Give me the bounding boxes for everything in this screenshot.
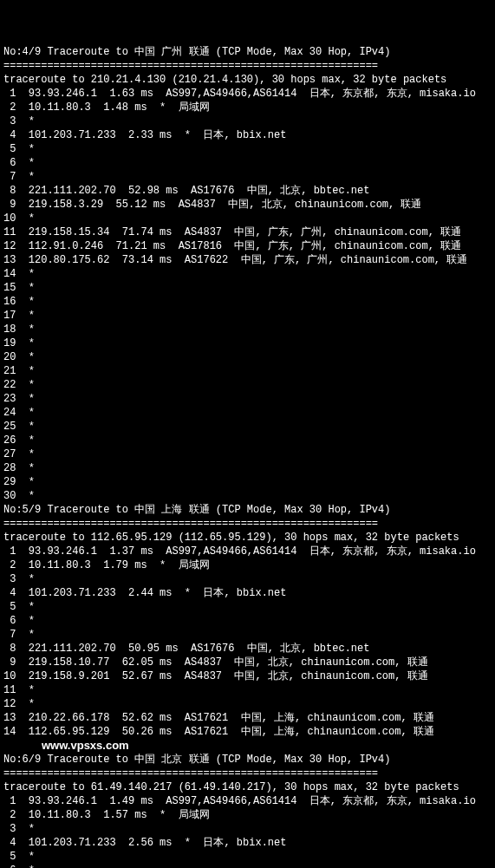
terminal-line: 5 * (3, 850, 492, 864)
terminal-line: 10 219.158.9.201 52.67 ms AS4837 中国, 北京,… (3, 669, 492, 683)
terminal-line: 21 * (3, 364, 492, 378)
terminal-line: 15 * (3, 281, 492, 295)
terminal-line: 7 * (3, 628, 492, 642)
terminal-line: 5 * (3, 142, 492, 156)
terminal-line: 6 * (3, 864, 492, 868)
terminal-line: 26 * (3, 434, 492, 447)
terminal-line: 14 * (3, 267, 492, 281)
terminal-line: 1 93.93.246.1 1.63 ms AS997,AS49466,AS61… (3, 87, 492, 101)
terminal-line: 10 * (3, 212, 492, 225)
terminal-line: 11 219.158.15.34 71.74 ms AS4837 中国, 广东,… (3, 225, 492, 239)
terminal-line: 13 210.22.66.178 52.62 ms AS17621 中国, 上海… (3, 711, 492, 725)
terminal-line: No:5/9 Traceroute to 中国 上海 联通 (TCP Mode,… (3, 503, 492, 517)
terminal-line: 23 * (3, 392, 492, 406)
terminal-line: 3 * (3, 822, 492, 836)
terminal-line: No:4/9 Traceroute to 中国 广州 联通 (TCP Mode,… (3, 45, 492, 59)
terminal-line: 8 221.111.202.70 52.98 ms AS17676 中国, 北京… (3, 184, 492, 198)
terminal-line: No:6/9 Traceroute to 中国 北京 联通 (TCP Mode,… (3, 753, 492, 767)
terminal-line: ========================================… (3, 767, 492, 780)
terminal-line: 6 * (3, 614, 492, 628)
terminal-line: 3 * (3, 114, 492, 128)
terminal-line: 17 * (3, 309, 492, 323)
terminal-line: 8 221.111.202.70 50.95 ms AS17676 中国, 北京… (3, 642, 492, 656)
terminal-line: 20 * (3, 350, 492, 364)
terminal-line: traceroute to 61.49.140.217 (61.49.140.2… (3, 780, 492, 794)
terminal-line: 16 * (3, 295, 492, 309)
terminal-line: ========================================… (3, 59, 492, 73)
terminal-line: 30 * (3, 489, 492, 503)
terminal-line: 12 112.91.0.246 71.21 ms AS17816 中国, 广东,… (3, 239, 492, 253)
terminal-line: 12 * (3, 697, 492, 711)
terminal-line: 25 * (3, 420, 492, 434)
terminal-line: 2 10.11.80.3 1.79 ms * 局域网 (3, 558, 492, 572)
terminal-output: No:4/9 Traceroute to 中国 广州 联通 (TCP Mode,… (3, 45, 492, 868)
terminal-line: 4 101.203.71.233 2.33 ms * 日本, bbix.net (3, 128, 492, 142)
terminal-line: 9 219.158.3.29 55.12 ms AS4837 中国, 北京, c… (3, 198, 492, 212)
terminal-line: 22 * (3, 378, 492, 392)
terminal-line: 14 112.65.95.129 50.26 ms AS17621 中国, 上海… (3, 725, 492, 739)
terminal-line: 29 * (3, 475, 492, 489)
terminal-line: 9 219.158.10.77 62.05 ms AS4837 中国, 北京, … (3, 656, 492, 669)
terminal-line: 7 * (3, 170, 492, 184)
terminal-line: 6 * (3, 156, 492, 170)
terminal-line: 24 * (3, 406, 492, 420)
terminal-line: 18 * (3, 323, 492, 336)
terminal-line: 1 93.93.246.1 1.37 ms AS997,AS49466,AS61… (3, 545, 492, 558)
terminal-line: 2 10.11.80.3 1.48 ms * 局域网 (3, 101, 492, 114)
terminal-line: 4 101.203.71.233 2.44 ms * 日本, bbix.net (3, 586, 492, 600)
watermark-text: www.vpsxs.com (3, 739, 492, 753)
terminal-line: 4 101.203.71.233 2.56 ms * 日本, bbix.net (3, 836, 492, 850)
terminal-line: traceroute to 112.65.95.129 (112.65.95.1… (3, 531, 492, 545)
terminal-line: 2 10.11.80.3 1.57 ms * 局域网 (3, 808, 492, 822)
terminal-line: 13 120.80.175.62 73.14 ms AS17622 中国, 广东… (3, 253, 492, 267)
terminal-line: 1 93.93.246.1 1.49 ms AS997,AS49466,AS61… (3, 794, 492, 808)
terminal-line: ========================================… (3, 517, 492, 531)
terminal-line: 5 * (3, 600, 492, 614)
terminal-line: traceroute to 210.21.4.130 (210.21.4.130… (3, 73, 492, 87)
terminal-line: 3 * (3, 572, 492, 586)
terminal-line: 27 * (3, 447, 492, 461)
terminal-line: 11 * (3, 683, 492, 697)
terminal-line: 19 * (3, 336, 492, 350)
terminal-line: 28 * (3, 461, 492, 475)
